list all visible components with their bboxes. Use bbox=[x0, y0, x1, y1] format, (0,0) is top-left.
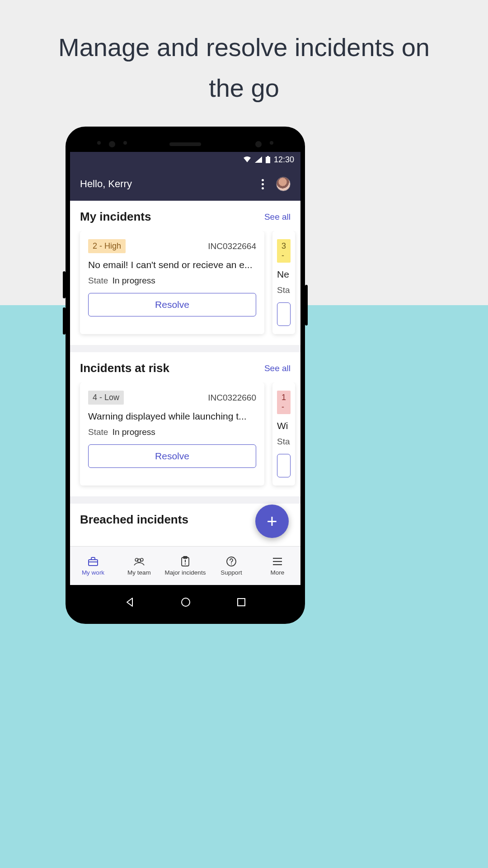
alert-clipboard-icon bbox=[179, 556, 191, 567]
state-value: In progress bbox=[113, 427, 155, 437]
kebab-menu-icon[interactable] bbox=[255, 179, 270, 189]
svg-point-12 bbox=[231, 563, 232, 564]
wifi-icon bbox=[243, 156, 251, 163]
android-status-bar: 12:30 bbox=[70, 152, 300, 167]
phone-inner: 12:30 Hello, Kerry My incidents See all bbox=[70, 131, 300, 619]
device-screen: 12:30 Hello, Kerry My incidents See all bbox=[70, 152, 300, 585]
incident-title: Ne bbox=[277, 269, 291, 280]
svg-rect-2 bbox=[89, 560, 98, 566]
nav-my-work[interactable]: My work bbox=[70, 547, 116, 585]
section-at-risk: Incidents at risk See all 4 - Low INC032… bbox=[70, 352, 300, 496]
incident-card[interactable]: 4 - Low INC0322660 Warning displayed whi… bbox=[80, 382, 264, 486]
promo-headline: Manage and resolve incidents on the go bbox=[0, 27, 488, 108]
svg-rect-0 bbox=[266, 157, 270, 163]
main-content[interactable]: My incidents See all 2 - High INC0322664… bbox=[70, 201, 300, 546]
hamburger-icon bbox=[272, 556, 283, 567]
priority-badge: 3 - bbox=[277, 239, 291, 263]
incident-state: Sta bbox=[277, 285, 291, 295]
help-circle-icon bbox=[225, 556, 237, 567]
app-bar: Hello, Kerry bbox=[70, 167, 300, 201]
nav-major-incidents[interactable]: Major incidents bbox=[162, 547, 208, 585]
svg-point-16 bbox=[182, 598, 190, 606]
state-label: State bbox=[88, 427, 108, 437]
section-my-incidents: My incidents See all 2 - High INC0322664… bbox=[70, 201, 300, 345]
state-label: Sta bbox=[277, 285, 290, 295]
cell-signal-icon bbox=[255, 156, 262, 163]
priority-badge: 2 - High bbox=[88, 239, 126, 253]
nav-support[interactable]: Support bbox=[208, 547, 254, 585]
svg-point-10 bbox=[185, 563, 186, 564]
recents-icon[interactable] bbox=[236, 597, 246, 607]
resolve-button[interactable] bbox=[277, 302, 291, 326]
clock-text: 12:30 bbox=[274, 155, 294, 165]
incident-state: Sta bbox=[277, 437, 291, 447]
nav-my-team[interactable]: My team bbox=[116, 547, 162, 585]
avatar[interactable] bbox=[276, 177, 291, 191]
incident-title: Warning displayed while launching t... bbox=[88, 411, 256, 422]
nav-label: My work bbox=[82, 569, 104, 576]
nav-more[interactable]: More bbox=[254, 547, 300, 585]
priority-badge: 1 - bbox=[277, 391, 291, 414]
incident-card-partial[interactable]: 3 - Ne Sta bbox=[272, 231, 295, 334]
volume-up-button bbox=[63, 271, 66, 298]
android-soft-nav bbox=[70, 585, 300, 619]
resolve-button[interactable]: Resolve bbox=[88, 293, 256, 316]
home-icon[interactable] bbox=[180, 597, 191, 608]
incident-title: Wi bbox=[277, 420, 291, 431]
section-title-breached: Breached incidents bbox=[80, 513, 188, 527]
svg-rect-1 bbox=[267, 156, 269, 157]
incident-card-partial[interactable]: 1 - Wi Sta bbox=[272, 382, 295, 486]
briefcase-icon bbox=[87, 556, 99, 567]
see-all-my-incidents[interactable]: See all bbox=[264, 212, 291, 222]
phone-frame: 12:30 Hello, Kerry My incidents See all bbox=[66, 127, 305, 624]
state-value: In progress bbox=[113, 276, 155, 285]
incident-state: State In progress bbox=[88, 276, 256, 286]
greeting-text: Hello, Kerry bbox=[80, 178, 255, 190]
bottom-nav: My work My team Major incidents bbox=[70, 546, 300, 585]
resolve-button[interactable] bbox=[277, 454, 291, 477]
nav-label: Support bbox=[221, 569, 242, 576]
section-title-at-risk: Incidents at risk bbox=[80, 361, 169, 375]
section-title-my-incidents: My incidents bbox=[80, 210, 151, 224]
phone-hardware-top bbox=[70, 138, 300, 150]
volume-down-button bbox=[63, 307, 66, 335]
create-fab[interactable]: + bbox=[255, 505, 289, 538]
plus-icon: + bbox=[267, 511, 277, 532]
incident-card[interactable]: 2 - High INC0322664 No email! I can't se… bbox=[80, 231, 264, 334]
see-all-at-risk[interactable]: See all bbox=[264, 363, 291, 373]
incident-id: INC0322660 bbox=[208, 393, 256, 403]
power-button bbox=[305, 285, 308, 326]
resolve-button[interactable]: Resolve bbox=[88, 444, 256, 468]
team-icon bbox=[133, 556, 145, 567]
svg-rect-17 bbox=[238, 599, 245, 606]
nav-label: More bbox=[271, 569, 285, 576]
incident-state: State In progress bbox=[88, 427, 256, 437]
state-label: State bbox=[88, 276, 108, 285]
state-label: Sta bbox=[277, 437, 290, 446]
incident-title: No email! I can't send or recieve an e..… bbox=[88, 259, 256, 270]
nav-label: My team bbox=[127, 569, 151, 576]
incident-id: INC0322664 bbox=[208, 241, 256, 251]
nav-label: Major incidents bbox=[165, 569, 206, 576]
priority-badge: 4 - Low bbox=[88, 391, 124, 405]
battery-icon bbox=[266, 156, 270, 163]
back-icon[interactable] bbox=[124, 597, 135, 608]
